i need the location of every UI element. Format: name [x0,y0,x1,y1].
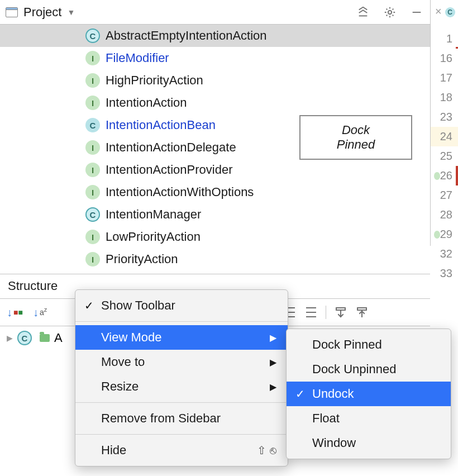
interface-badge: I [85,163,100,177]
tree-item-label: FileModifier [106,51,169,65]
submenu-item-undock[interactable]: ✓Undock [287,382,451,406]
tab-close-icon[interactable]: × [435,5,442,18]
menu-separator [75,321,288,322]
svg-rect-10 [357,308,366,310]
expand-icon-2[interactable] [304,306,318,319]
menu-item-hide[interactable]: Hide⇧ ⎋ [75,438,288,463]
tree-item[interactable]: IIntentionActionWithOptions [0,181,430,203]
interface-badge: I [85,230,100,244]
gutter-line[interactable]: 26 [431,166,458,185]
gutter-line[interactable]: 28 [431,205,458,225]
collapse-all-icon[interactable] [355,4,371,20]
gutter-line[interactable]: 17 [431,68,458,88]
menu-item-move-to[interactable]: Move to▶ [75,350,288,374]
scroll-from-source-icon[interactable] [355,306,369,319]
view-mode-submenu: Dock PinnedDock Unpinned✓UndockFloatWind… [286,329,451,459]
menu-item-label: Remove from Sidebar [101,411,221,426]
submenu-item-dock-pinned[interactable]: Dock Pinned [287,332,451,357]
gutter-line[interactable]: 25 [431,146,458,166]
tooltip-line: Pinned [306,137,405,152]
interface-badge: I [85,185,100,199]
expand-arrow-icon[interactable]: ▶ [7,334,13,342]
tree-item-label: IntentionActionProvider [106,163,232,177]
sort-alpha-icon[interactable]: ↓az [33,306,47,319]
minimize-icon[interactable] [409,4,424,20]
menu-item-label: Undock [312,387,354,401]
gutter-line[interactable]: 33 [431,264,458,283]
tree-item-label: IntentionActionBean [106,118,216,132]
interface-badge: I [85,51,100,65]
interface-badge: I [85,73,100,88]
menu-item-label: Resize [101,379,139,394]
toolbar-sep [326,306,326,319]
class-badge: C [85,207,100,222]
tree-item[interactable]: CIntentionManager [0,203,430,226]
menu-item-label: Dock Pinned [312,337,382,352]
menu-item-label: Window [312,436,356,450]
tree-item-label: IntentionManager [106,207,201,222]
editor-gutter: × C 1161718232425262728293233 [430,0,458,246]
gutter-line[interactable]: 16 [431,49,458,68]
tree-item-label: IntentionAction [106,96,187,110]
menu-item-label: View Mode [101,330,161,345]
check-icon: ✓ [84,299,94,312]
class-badge: C [85,28,100,43]
tree-item[interactable]: IFileModifier [0,47,430,69]
submenu-arrow-icon: ▶ [270,332,276,343]
submenu-item-dock-unpinned[interactable]: Dock Unpinned [287,357,451,382]
menu-separator [75,434,288,435]
svg-point-1 [388,10,392,13]
gutter-line[interactable]: 1 [431,29,458,49]
tree-item-label: PriorityAction [106,252,178,266]
gutter-line[interactable]: 24 [431,127,458,146]
tool-window-icon [6,7,18,17]
tree-item[interactable]: CAbstractEmptyIntentionAction [0,25,430,47]
tooltip-line: Dock [306,123,405,137]
tree-item[interactable]: ILowPriorityAction [0,226,430,248]
tree-item-label: IntentionActionWithOptions [106,185,254,199]
menu-shortcut: ⇧ ⎋ [257,444,276,457]
svg-rect-9 [336,308,345,310]
menu-item-label: Show Toolbar [101,298,175,313]
gutter-line[interactable]: 27 [431,185,458,205]
menu-separator [75,402,288,403]
tool-window-context-menu: ✓Show ToolbarView Mode▶Move to▶Resize▶Re… [75,289,288,467]
project-toolbar: Project ▼ [0,0,430,25]
tree-item[interactable]: IIntentionActionProvider [0,159,430,181]
gutter-line[interactable]: 32 [431,244,458,264]
interface-badge: I [85,252,100,266]
interface-badge: I [85,96,100,110]
tree-item[interactable]: IIntentionAction [0,92,430,114]
submenu-item-window[interactable]: Window [287,431,451,455]
scroll-to-source-icon[interactable] [334,306,347,319]
menu-item-label: Move to [101,355,145,369]
structure-title: Structure [8,279,58,293]
gear-icon[interactable] [382,4,398,20]
tree-item-label: LowPriorityAction [106,230,201,244]
sort-visibility-icon[interactable]: ↓■■ [7,306,23,319]
structure-item-label: A [54,331,63,345]
tree-item[interactable]: IPriorityAction [0,248,430,270]
class-badge: C [85,118,100,132]
project-title[interactable]: Project [23,5,61,20]
menu-item-label: Dock Unpinned [312,362,396,377]
interface-badge: I [85,140,100,155]
submenu-arrow-icon: ▶ [270,357,276,368]
menu-item-view-mode[interactable]: View Mode▶ [75,325,288,350]
file-type-dot: C [445,7,455,17]
menu-item-remove-from-sidebar[interactable]: Remove from Sidebar [75,406,288,431]
chevron-down-icon[interactable]: ▼ [67,8,75,17]
tree-item-label: AbstractEmptyIntentionAction [106,28,267,43]
class-badge: C [17,331,32,345]
gutter-line[interactable]: 23 [431,107,458,127]
gutter-line[interactable]: 18 [431,88,458,107]
menu-item-show-toolbar[interactable]: ✓Show Toolbar [75,293,288,318]
submenu-arrow-icon: ▶ [270,382,276,392]
tree-item[interactable]: IHighPriorityAction [0,69,430,92]
menu-item-label: Hide [101,443,126,458]
menu-item-label: Float [312,411,340,426]
submenu-item-float[interactable]: Float [287,406,451,431]
gutter-line[interactable]: 29 [431,225,458,244]
tree-item-label: IntentionActionDelegate [106,140,236,155]
menu-item-resize[interactable]: Resize▶ [75,374,288,399]
